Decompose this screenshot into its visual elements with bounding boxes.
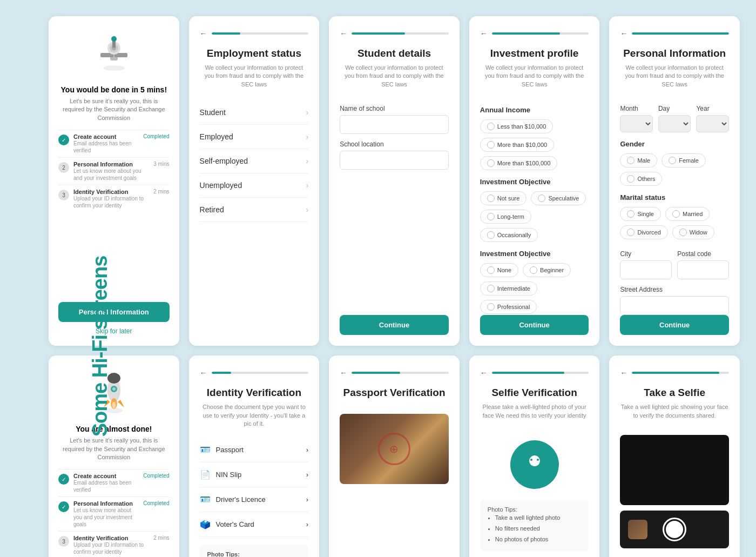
income-option-0[interactable]: Less than $10,000 (480, 119, 554, 133)
progress-track (352, 32, 449, 35)
back-arrow[interactable]: ← (200, 368, 207, 377)
skip-later-button[interactable]: Skip for later (58, 327, 170, 335)
step-list: ✓ Create account Email address has been … (58, 130, 170, 212)
tips-title: Photo Tips: (207, 551, 301, 557)
progress-fill (212, 372, 231, 374)
investment-continue-button[interactable]: Continue (480, 315, 589, 335)
back-arrow[interactable]: ← (620, 29, 627, 38)
step-list-2: ✓ Create account Email address has been … (58, 469, 170, 557)
school-name-input[interactable] (340, 115, 449, 134)
employment-item-employed[interactable]: Employed › (200, 125, 309, 149)
invest-obj-title: Investment Objective (480, 178, 589, 186)
drivers-icon: 🪪 (200, 494, 211, 505)
check-icon-b1: ✓ (58, 474, 69, 485)
obj-option-2[interactable]: Long-term (480, 210, 531, 224)
student-continue-button[interactable]: Continue (340, 315, 449, 335)
personal-info-button[interactable]: Personal Information (58, 302, 170, 322)
marital-married[interactable]: Married (665, 207, 710, 221)
back-arrow[interactable]: ← (480, 29, 488, 38)
postal-input[interactable] (677, 260, 729, 279)
gender-male[interactable]: Male (620, 153, 657, 167)
voter-icon: 🗳️ (200, 519, 211, 529)
selfie-tips-box: Photo Tips: Take a well lighted photo No… (480, 500, 589, 551)
chevron-icon: › (306, 520, 308, 528)
check-icon-b2: ✓ (58, 501, 69, 512)
progress-track (632, 372, 729, 374)
obj-option-1[interactable]: Speculative (531, 191, 586, 205)
selfie-tip-0: Take a well lighted photo (495, 513, 582, 524)
progress-row: ← (200, 368, 309, 377)
marital-widow[interactable]: Widow (672, 225, 714, 239)
back-arrow[interactable]: ← (340, 368, 347, 377)
back-arrow[interactable]: ← (340, 29, 347, 38)
investment-title: Investment profile (480, 48, 589, 59)
risk-option-3[interactable]: Professional (480, 300, 537, 314)
id-item-voter[interactable]: 🗳️Voter's Card › (200, 512, 309, 537)
city-label: City (620, 250, 672, 258)
id-item-passport[interactable]: 🪪Passport › (200, 438, 309, 462)
selfie-subtitle: Please take a well-lighted photo of your… (480, 403, 589, 420)
step-name-3: Identity Verification (73, 189, 149, 195)
progress-row: ← (620, 29, 729, 38)
year-label: Year (696, 105, 729, 112)
b-step-status-1: Completed (143, 473, 169, 479)
passport-card: ← Passport Verification ⊕ Looks Good! Tr… (329, 355, 460, 557)
address-input[interactable] (620, 296, 729, 315)
city-input[interactable] (620, 260, 672, 279)
employment-title: Employment status (200, 48, 309, 59)
month-select[interactable] (620, 115, 653, 132)
employment-item-student[interactable]: Student › (200, 100, 309, 125)
personal-continue-button[interactable]: Continue (620, 315, 729, 335)
progress-fill (352, 32, 405, 35)
month-label: Month (620, 105, 653, 112)
step-item-3: 3 Identity Verification Upload your ID i… (58, 185, 170, 212)
day-select[interactable] (658, 115, 691, 132)
employment-label-retired: Retired (200, 205, 224, 214)
risk-option-2[interactable]: Intermediate (480, 281, 537, 296)
employment-card: ← Employment status We collect your info… (189, 16, 320, 346)
income-option-1[interactable]: More than $10,000 (480, 138, 554, 152)
svg-point-19 (530, 459, 532, 461)
personal-card: ← Personal Information We collect your i… (609, 16, 740, 346)
chevron-icon: › (306, 446, 308, 454)
employment-menu: Student › Employed › Self-employed › Une… (200, 100, 309, 222)
step-number-2: 2 (58, 162, 69, 173)
id-item-drivers[interactable]: 🪪Driver's Licence › (200, 487, 309, 512)
back-arrow[interactable]: ← (620, 368, 627, 377)
identity-title: Identity Verification (200, 387, 309, 399)
progress-row: ← (340, 368, 449, 377)
intro-card: You would be done in 5 mins! Let's be su… (49, 16, 179, 346)
risk-option-0[interactable]: None (480, 263, 518, 277)
back-arrow[interactable]: ← (200, 29, 207, 38)
chevron-icon: › (306, 132, 309, 141)
income-option-2[interactable]: More than $100,000 (480, 156, 557, 170)
chevron-icon: › (306, 157, 309, 165)
employment-item-unemployed[interactable]: Unemployed › (200, 173, 309, 198)
employment-item-selfemployed[interactable]: Self-employed › (200, 149, 309, 173)
employment-item-retired[interactable]: Retired › (200, 198, 309, 222)
year-select[interactable] (696, 115, 729, 132)
progress-track (632, 32, 729, 35)
progress-fill (352, 372, 400, 374)
school-location-input[interactable] (340, 151, 449, 170)
progress-track (492, 32, 589, 35)
photo-tips-box: Photo Tips: Use a color image not a blac… (200, 545, 309, 557)
intro2-card: You are almost done! Let's be sure it's … (49, 355, 179, 557)
marital-single[interactable]: Single (620, 207, 661, 221)
obj-option-3[interactable]: Occasionally (480, 228, 538, 242)
gender-female[interactable]: Female (662, 153, 706, 167)
marital-divorced[interactable]: Divorced (620, 225, 667, 239)
id-item-nin[interactable]: 📄NIN Slip › (200, 462, 309, 487)
step-time-2: 3 mins (153, 161, 169, 167)
shutter-button[interactable] (663, 518, 686, 541)
back-arrow[interactable]: ← (480, 368, 488, 377)
step-name-1: Create account (73, 133, 139, 140)
radio-circle (627, 157, 634, 164)
risk-option-1[interactable]: Beginner (523, 263, 571, 277)
svg-marker-15 (118, 400, 124, 407)
obj-option-0[interactable]: Not sure (480, 191, 527, 205)
b-step-name-2: Personal Information (73, 500, 139, 507)
risk-title: Investment Objective (480, 250, 589, 258)
gender-others[interactable]: Others (620, 172, 662, 186)
radio-circle (487, 266, 495, 274)
